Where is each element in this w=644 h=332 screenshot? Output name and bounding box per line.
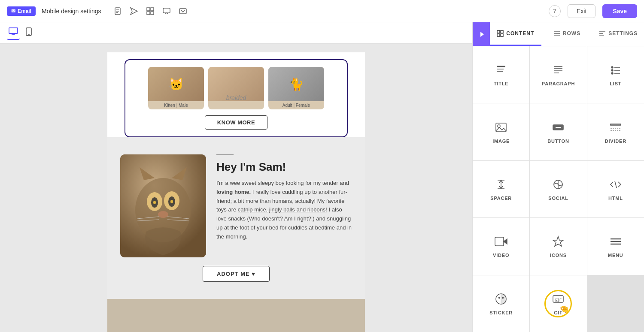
- toolbar: ✉ Email Mobile design settings ? Exit Sa…: [0, 0, 644, 22]
- toys-link[interactable]: catnip mice, jingly balls and ribbons!: [238, 206, 327, 213]
- svg-rect-36: [501, 30, 503, 33]
- cat-card-label-1: Kitten | Male: [148, 101, 204, 109]
- social-label: SOCIAL: [548, 196, 568, 201]
- content-item-spacer[interactable]: SPACER: [473, 161, 529, 217]
- list-label: LIST: [610, 81, 621, 86]
- paragraph-label: PARAGRAPH: [542, 81, 575, 86]
- svg-rect-6: [151, 8, 154, 11]
- document-icon[interactable]: [113, 7, 122, 15]
- cat-card-2: braided: [208, 67, 264, 109]
- link-icon[interactable]: [179, 7, 187, 15]
- title-label: TITLE: [494, 81, 509, 86]
- sticker-icon: [494, 292, 508, 306]
- exit-button[interactable]: Exit: [568, 4, 595, 18]
- cat-card-img-1: 🐱: [148, 67, 204, 101]
- content-item-social[interactable]: SOCIAL: [530, 161, 586, 217]
- svg-rect-38: [501, 34, 503, 36]
- divider-label: DIVIDER: [605, 139, 626, 144]
- content-item-image[interactable]: IMAGE: [473, 103, 529, 160]
- svg-point-59: [498, 125, 500, 127]
- svg-point-24: [158, 211, 168, 218]
- content-item-icons[interactable]: ICONS: [530, 218, 586, 275]
- content-item-sticker[interactable]: STICKER: [473, 275, 529, 332]
- video-label: VIDEO: [493, 253, 509, 258]
- social-icon: [551, 178, 565, 191]
- svg-marker-72: [504, 239, 507, 244]
- bio-text: Hey I'm Sam! I'm a wee sweet sleepy boy …: [216, 154, 352, 241]
- canvas-area: 🐱 Kitten | Male braided 🐈: [0, 22, 472, 332]
- tab-settings[interactable]: SETTINGS: [592, 22, 644, 46]
- content-item-paragraph[interactable]: PARAGRAPH: [530, 46, 586, 103]
- video-icon: [494, 235, 508, 248]
- svg-point-78: [499, 297, 500, 298]
- svg-rect-58: [496, 123, 506, 132]
- right-tabs: CONTENT ROWS SETTINGS: [473, 22, 644, 46]
- cat-card-label-2: [208, 101, 264, 105]
- email-badge[interactable]: ✉ Email: [7, 6, 36, 16]
- svg-rect-7: [147, 12, 150, 15]
- menu-label: MENU: [608, 253, 623, 258]
- image-label: IMAGE: [492, 139, 510, 144]
- svg-marker-34: [480, 32, 484, 37]
- know-more-button[interactable]: KNOW MORE: [205, 115, 267, 130]
- button-icon: [551, 121, 565, 134]
- icons-icon: [551, 235, 565, 248]
- cat-card-img-2: braided: [208, 67, 264, 101]
- svg-rect-10: [179, 9, 186, 14]
- svg-text:🐾: 🐾: [215, 311, 230, 326]
- panel-toggle[interactable]: [473, 22, 490, 46]
- html-label: HTML: [608, 196, 623, 201]
- email-icon: ✉: [11, 8, 15, 14]
- content-item-gif[interactable]: GIF GIF 🤏: [530, 275, 586, 332]
- email-label: Email: [18, 8, 31, 14]
- desktop-device-icon[interactable]: [7, 26, 20, 40]
- tab-settings-label: SETTINGS: [608, 30, 638, 36]
- device-bar: [0, 22, 472, 44]
- svg-rect-8: [151, 12, 154, 15]
- paw-section: 🐾 🐾 🐾: [107, 299, 365, 332]
- menu-icon: [609, 235, 623, 248]
- content-item-title[interactable]: TITLE: [473, 46, 529, 103]
- cat-card-1: 🐱 Kitten | Male: [148, 67, 204, 109]
- chat-icon[interactable]: [162, 7, 171, 15]
- cat-card-label-3: Adult | Female: [268, 101, 324, 109]
- mobile-device-icon[interactable]: [24, 26, 33, 40]
- email-canvas: 🐱 Kitten | Male braided 🐈: [107, 52, 365, 332]
- page-title: Mobile design settings: [42, 8, 101, 15]
- right-panel: CONTENT ROWS SETTINGS TITLE: [472, 22, 644, 332]
- bio-name: Hey I'm Sam!: [216, 160, 352, 174]
- gif-label: GIF: [554, 310, 563, 315]
- tab-content-label: CONTENT: [506, 30, 534, 36]
- content-item-divider[interactable]: DIVIDER: [587, 103, 644, 160]
- spacer-label: SPACER: [490, 196, 512, 201]
- svg-point-56: [611, 72, 613, 74]
- html-icon: [609, 178, 623, 191]
- svg-text:GIF: GIF: [555, 298, 562, 302]
- content-item-button[interactable]: BUTTON: [530, 103, 586, 160]
- content-item-menu[interactable]: MENU: [587, 218, 644, 275]
- svg-point-23: [170, 200, 173, 203]
- content-items-grid: TITLE PARAGRAPH LIST IM: [473, 46, 644, 332]
- cat-card-img-3: 🐈: [268, 67, 324, 101]
- svg-rect-37: [497, 34, 500, 36]
- grid-icon[interactable]: [146, 7, 155, 15]
- svg-rect-5: [147, 8, 150, 11]
- sticker-label: STICKER: [489, 310, 513, 315]
- content-item-html[interactable]: HTML: [587, 161, 644, 217]
- list-icon: [609, 63, 623, 77]
- tab-content[interactable]: CONTENT: [490, 22, 541, 46]
- adopt-me-button[interactable]: ADOPT ME ♥: [203, 266, 270, 282]
- tab-rows-label: ROWS: [563, 30, 580, 36]
- svg-rect-71: [495, 237, 504, 246]
- svg-point-79: [502, 297, 504, 298]
- help-button[interactable]: ?: [549, 5, 561, 17]
- save-button[interactable]: Save: [602, 4, 637, 18]
- svg-point-54: [611, 69, 613, 71]
- svg-rect-9: [163, 8, 170, 13]
- content-item-list[interactable]: LIST: [587, 46, 644, 103]
- send-icon[interactable]: [130, 7, 138, 15]
- icons-label: ICONS: [550, 253, 567, 258]
- content-item-video[interactable]: VIDEO: [473, 218, 529, 275]
- tab-rows[interactable]: ROWS: [541, 22, 593, 46]
- svg-text:🐾: 🐾: [247, 317, 257, 327]
